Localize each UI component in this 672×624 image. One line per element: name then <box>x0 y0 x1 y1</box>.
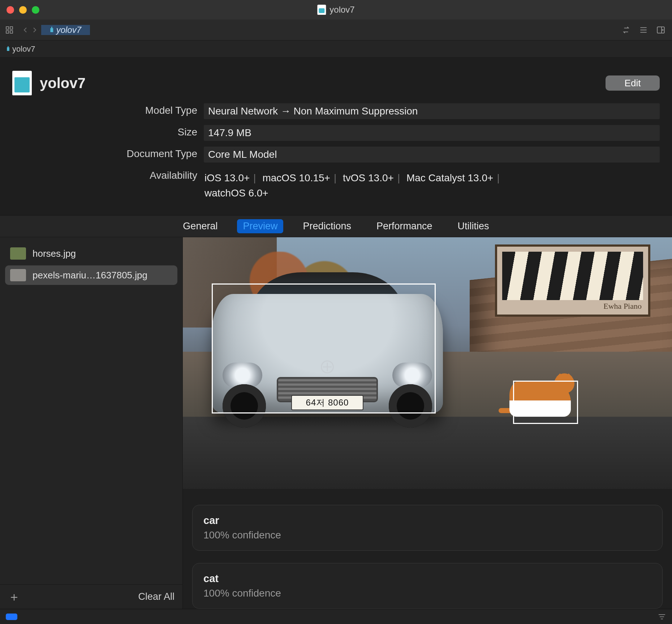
tab-utilities[interactable]: Utilities <box>452 219 495 233</box>
info-value-document-type: Core ML Model <box>204 147 660 162</box>
bounding-box-cat <box>513 381 578 424</box>
nav-forward-icon[interactable] <box>30 26 39 34</box>
list-item-label: pexels-mariu…1637805.jpg <box>33 270 147 281</box>
page-title: yolov7 <box>40 75 86 91</box>
detection-label: cat <box>203 573 651 585</box>
add-pane-icon[interactable] <box>656 25 665 35</box>
model-info: Model Type Neural Network → Non Maximum … <box>0 103 672 209</box>
model-header: yolov7 Edit <box>0 58 672 103</box>
list-item[interactable]: pexels-mariu…1637805.jpg <box>5 265 177 285</box>
nav-back-icon[interactable] <box>21 26 30 34</box>
info-label-size: Size <box>12 125 204 138</box>
tab-predictions[interactable]: Predictions <box>297 219 357 233</box>
close-window[interactable] <box>7 6 14 14</box>
list-item-label: horses.jpg <box>33 248 76 259</box>
preview-sidebar: horses.jpgpexels-mariu…1637805.jpg ＋ Cle… <box>0 237 183 609</box>
model-file-icon: ılı <box>50 26 53 34</box>
tab-general[interactable]: General <box>177 219 223 233</box>
svg-rect-0 <box>6 27 9 29</box>
sidebar-footer: ＋ Clear All <box>0 584 182 609</box>
clear-all-button[interactable]: Clear All <box>138 591 175 602</box>
breadcrumb-item[interactable]: yolov7 <box>12 44 35 54</box>
list-lines-icon[interactable] <box>639 25 648 35</box>
info-label-availability: Availability <box>12 168 204 181</box>
edit-button[interactable]: Edit <box>606 75 660 91</box>
detection-card[interactable]: cat100% confidence <box>192 563 663 609</box>
document-icon <box>317 5 326 15</box>
zoom-window[interactable] <box>32 6 39 14</box>
info-value-availability: iOS 13.0+| macOS 10.15+| tvOS 13.0+| Mac… <box>204 168 660 203</box>
file-tab[interactable]: ılı yolov7 <box>41 25 90 35</box>
info-label-document-type: Document Type <box>12 147 204 160</box>
bounding-box-car <box>212 283 436 413</box>
detections-list: car100% confidencecat100% confidence <box>183 489 672 609</box>
tab-preview[interactable]: Preview <box>237 219 283 233</box>
document-icon <box>12 71 32 95</box>
svg-rect-1 <box>10 27 13 29</box>
model-file-icon: ılı <box>7 45 9 53</box>
breadcrumb: ılı yolov7 <box>0 40 672 58</box>
status-indicator[interactable] <box>6 614 17 620</box>
list-item[interactable]: horses.jpg <box>5 244 177 263</box>
info-value-size: 147.9 MB <box>204 125 660 141</box>
thumbnail <box>10 247 26 260</box>
file-tab-label: yolov7 <box>56 25 81 35</box>
filter-icon[interactable] <box>658 613 666 620</box>
minimize-window[interactable] <box>19 6 27 14</box>
detection-confidence: 100% confidence <box>203 529 651 541</box>
window-controls <box>7 6 39 14</box>
sign-text: Ewha Piano <box>603 302 642 311</box>
window-title-text: yolov7 <box>329 5 354 15</box>
preview-file-list: horses.jpgpexels-mariu…1637805.jpg <box>0 237 182 584</box>
navigator-grid-icon[interactable] <box>0 26 19 34</box>
image-viewer[interactable]: Ewha Piano 64저 8060 <box>183 237 672 489</box>
titlebar: yolov7 <box>0 0 672 20</box>
info-label-model-type: Model Type <box>12 103 204 116</box>
thumbnail <box>10 269 26 281</box>
swap-icon[interactable] <box>621 25 631 35</box>
detection-card[interactable]: car100% confidence <box>192 505 663 551</box>
add-file-button[interactable]: ＋ <box>8 589 20 605</box>
svg-rect-2 <box>6 31 9 33</box>
window-title: yolov7 <box>317 5 354 15</box>
detection-label: car <box>203 515 651 526</box>
info-value-model-type: Neural Network → Non Maximum Suppression <box>204 103 660 119</box>
toolbar: ılı yolov7 <box>0 20 672 40</box>
svg-rect-3 <box>10 31 13 33</box>
status-bar <box>0 609 672 624</box>
preview-main: Ewha Piano 64저 8060 <box>183 237 672 609</box>
store-sign: Ewha Piano <box>495 244 650 317</box>
detection-confidence: 100% confidence <box>203 588 651 599</box>
tab-performance[interactable]: Performance <box>371 219 438 233</box>
section-tabs: General Preview Predictions Performance … <box>0 215 672 237</box>
